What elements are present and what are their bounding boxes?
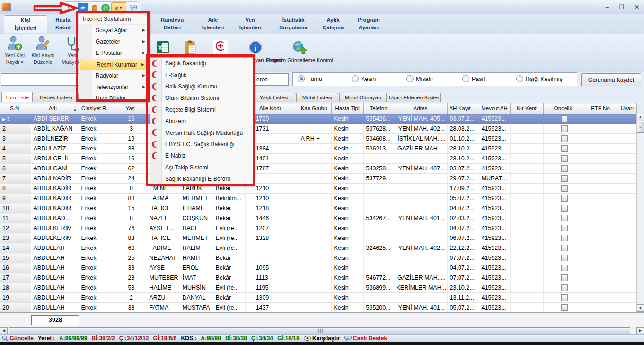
cell-etf_no[interactable]	[583, 283, 618, 293]
cell-telefon[interactable]	[363, 253, 394, 263]
cell-cinsiyet[interactable]: Erkek	[79, 194, 114, 203]
cell-medeni[interactable]: Evli (re...	[213, 223, 245, 233]
cell-adi[interactable]: ABDİLNEZİR	[31, 134, 79, 144]
cell-kir_kent[interactable]	[510, 303, 543, 313]
cell-anne[interactable]: FADİME	[147, 243, 180, 253]
cell-cinsiyet[interactable]: Erkek	[79, 273, 114, 283]
cell-aile_kodu[interactable]	[245, 253, 297, 263]
row-header[interactable]: ▸ 1	[0, 114, 31, 124]
cell-mevcut_ah[interactable]: 415923...	[479, 194, 510, 203]
row-header[interactable]: 3	[0, 134, 31, 144]
horizontal-scroll-thumb[interactable]	[9, 327, 630, 334]
cell-hasta_tipi[interactable]: Kesin	[331, 184, 363, 194]
priority-checkbox-cell[interactable]	[543, 253, 583, 263]
radio-misafir[interactable]: Misafir	[406, 75, 433, 82]
table-row[interactable]: 3ABDİLNEZİRErkek19NA RH +Kesin534608...İ…	[0, 134, 636, 144]
cell-uyari[interactable]	[618, 114, 636, 124]
cell-yas[interactable]: 25	[114, 253, 147, 263]
cell-cinsiyet[interactable]: Erkek	[79, 184, 114, 194]
cell-aile_kodu[interactable]: 1195	[245, 283, 297, 293]
cell-adi[interactable]: ABDULAZİZ	[31, 144, 79, 154]
cell-aile_kodu[interactable]: 1113	[245, 273, 297, 283]
priority-checkbox-cell[interactable]	[543, 124, 583, 134]
cell-yas[interactable]: 38	[114, 144, 147, 154]
submenu-item-aşı-takip-sistemi[interactable]: Aşı Takip Sistemi	[150, 162, 253, 173]
cell-cinsiyet[interactable]: Erkek	[79, 174, 114, 184]
list-tab-uyarı-eklenen-kişiler[interactable]: Uyarı Eklenen Kişiler	[388, 93, 441, 102]
cell-mevcut_ah[interactable]: 415923...	[479, 154, 510, 164]
cell-hasta_tipi[interactable]: Kesin	[331, 233, 363, 243]
cell-uyari[interactable]	[618, 243, 636, 253]
cell-mevcut_ah[interactable]: MURAT ...	[479, 174, 510, 184]
column-header[interactable]: Adres	[394, 103, 447, 114]
cell-mevcut_ah[interactable]: 415923...	[479, 293, 510, 303]
cell-kan_grubu[interactable]	[297, 283, 331, 293]
cell-anne[interactable]: MUTEBER	[147, 273, 180, 283]
cell-uyari[interactable]	[618, 293, 636, 303]
menu-item-hızır-bilişim[interactable]: Hızır Bilişim	[79, 93, 149, 104]
cell-ah_kayit[interactable]: 05.07.2...	[447, 303, 479, 313]
cell-uyari[interactable]	[618, 184, 636, 194]
ribbon-tab-kişi-i̇şlemleri[interactable]: Kişiİşlemleri	[4, 15, 47, 33]
cell-etf_no[interactable]	[583, 164, 618, 174]
cell-yas[interactable]: 53	[114, 283, 147, 293]
search-input[interactable]	[1, 73, 89, 86]
column-header[interactable]: Öncelik	[543, 103, 583, 114]
cell-adi[interactable]: ABDULKADİR	[31, 194, 79, 203]
cell-ah_kayit[interactable]: 04.07.2...	[447, 223, 479, 233]
cell-kir_kent[interactable]	[510, 124, 543, 134]
cell-etf_no[interactable]	[583, 253, 618, 263]
cell-etf_no[interactable]	[583, 174, 618, 184]
info-icon[interactable]: i	[248, 40, 263, 55]
cell-hasta_tipi[interactable]: Kesin	[331, 223, 363, 233]
cell-ah_kayit[interactable]: 04.07.2...	[447, 263, 479, 273]
cell-aile_kodu[interactable]	[245, 243, 297, 253]
cell-ah_kayit[interactable]: 23.10.2...	[447, 283, 479, 293]
column-header[interactable]: Telefon	[363, 103, 394, 114]
cell-uyari[interactable]	[618, 233, 636, 243]
column-header[interactable]: ETF No	[583, 103, 618, 114]
cell-kan_grubu[interactable]	[297, 124, 331, 134]
cell-baba[interactable]: MUSTAFA	[180, 303, 213, 313]
row-header[interactable]: 4	[0, 144, 31, 154]
cell-hasta_tipi[interactable]: Kesin	[331, 303, 363, 313]
list-tab-mobil-olmayan[interactable]: Mobil Olmayan	[339, 93, 387, 102]
priority-checkbox-cell[interactable]	[543, 164, 583, 174]
cell-etf_no[interactable]	[583, 144, 618, 154]
cell-mevcut_ah[interactable]: 415923...	[479, 263, 510, 273]
cell-kan_grubu[interactable]	[297, 194, 331, 203]
close-button[interactable]: ✕	[635, 4, 639, 10]
cell-uyari[interactable]	[618, 134, 636, 144]
submenu-item-sağlık-bakanlığı[interactable]: Sağlık Bakanlığı	[150, 58, 253, 69]
cell-adi[interactable]: ABDULCELİL	[31, 154, 79, 164]
cell-uyari[interactable]	[618, 253, 636, 263]
cell-ah_kayit[interactable]: 03.07.2...	[447, 114, 479, 124]
cell-adres[interactable]	[394, 194, 447, 203]
list-tab-mobil-listesi[interactable]: Mobil Listesi	[296, 93, 338, 102]
cell-kir_kent[interactable]	[510, 203, 543, 213]
submenu-item-e-nabız[interactable]: E-Nabız	[150, 150, 253, 161]
menu-item-e-postalar[interactable]: E-Postalar▶	[79, 47, 149, 59]
row-header[interactable]: 11	[0, 213, 31, 223]
cell-anne[interactable]: AYŞE F...	[147, 223, 180, 233]
row-header[interactable]: 15	[0, 253, 31, 263]
radio-kesin[interactable]: Kesin	[352, 75, 376, 82]
cell-etf_no[interactable]	[583, 243, 618, 253]
cell-medeni[interactable]: Bekâr	[213, 293, 245, 303]
cell-telefon[interactable]: 534267...	[363, 213, 394, 223]
cell-uyari[interactable]	[618, 154, 636, 164]
cell-adi[interactable]: ABDULKADİR	[31, 174, 79, 184]
row-header[interactable]: 19	[0, 293, 31, 303]
table-row[interactable]: 2ABDİL KAĞANErkek3D1731Kesin537628...YEN…	[0, 124, 636, 134]
cell-cinsiyet[interactable]: Erkek	[79, 253, 114, 263]
cell-uyari[interactable]	[618, 303, 636, 313]
cell-ah_kayit[interactable]: 28.10.2...	[447, 144, 479, 154]
cell-telefon[interactable]: 536213...	[363, 144, 394, 154]
cell-hasta_tipi[interactable]: Kesin	[331, 164, 363, 174]
minimize-button[interactable]: –	[605, 4, 609, 10]
cell-kan_grubu[interactable]	[297, 253, 331, 263]
cell-adres[interactable]: KERİMLER MAH....	[394, 283, 447, 293]
cell-kan_grubu[interactable]	[297, 223, 331, 233]
priority-checkbox-cell[interactable]	[543, 283, 583, 293]
cell-kir_kent[interactable]	[510, 184, 543, 194]
